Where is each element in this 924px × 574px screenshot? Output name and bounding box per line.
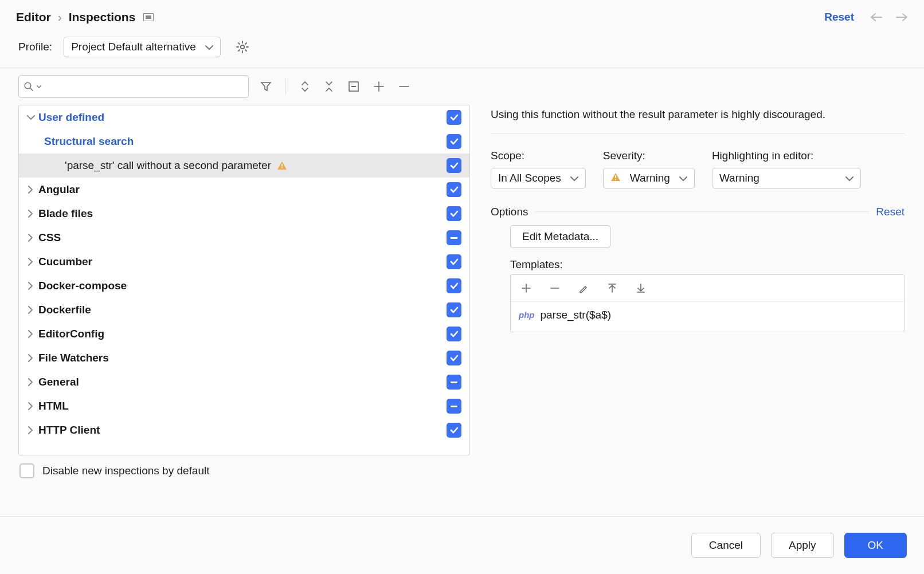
chevron-right-icon <box>24 234 38 242</box>
svg-point-4 <box>241 45 244 49</box>
warning-icon <box>277 161 287 170</box>
gear-icon[interactable] <box>236 40 249 54</box>
checkbox[interactable] <box>447 423 461 438</box>
chevron-right-icon <box>24 426 38 434</box>
expand-icon[interactable] <box>297 78 312 95</box>
tree-group[interactable]: General <box>19 370 469 394</box>
collapse-icon[interactable] <box>322 78 336 95</box>
checkbox[interactable] <box>447 327 461 341</box>
checkbox[interactable] <box>447 230 461 245</box>
tree-label: HTTP Client <box>38 424 100 437</box>
tree-group[interactable]: File Watchers <box>19 346 469 370</box>
template-row[interactable]: php parse_str($a$) <box>511 302 904 332</box>
tree-item-parse-str[interactable]: 'parse_str' call without a second parame… <box>19 154 469 178</box>
options-reset-link[interactable]: Reset <box>876 206 905 218</box>
search-input-wrap[interactable] <box>18 75 249 98</box>
disable-label: Disable new inspections by default <box>42 465 210 477</box>
profile-selected: Project Default alternative <box>71 41 196 53</box>
tree-label: General <box>38 376 79 388</box>
reset-link[interactable]: Reset <box>824 11 854 23</box>
chevron-right-icon <box>24 186 38 194</box>
tree-group[interactable]: EditorConfig <box>19 322 469 346</box>
checkbox[interactable] <box>447 375 461 390</box>
disable-new-inspections[interactable]: Disable new inspections by default <box>0 455 924 478</box>
tree-group[interactable]: Angular <box>19 178 469 202</box>
remove-icon[interactable] <box>547 281 562 296</box>
svg-point-5 <box>25 82 31 89</box>
checkbox[interactable] <box>447 302 461 317</box>
breadcrumb-editor[interactable]: Editor <box>16 10 51 24</box>
checkbox[interactable] <box>447 399 461 414</box>
back-icon[interactable] <box>870 13 883 22</box>
checkbox[interactable] <box>447 182 461 197</box>
checkbox[interactable] <box>447 278 461 293</box>
tree-group[interactable]: HTTP Client <box>19 418 469 442</box>
inspection-tree[interactable]: User defined Structural search 'parse_st… <box>18 105 470 455</box>
add-icon[interactable] <box>371 78 387 95</box>
chevron-right-icon <box>24 330 38 338</box>
filter-icon[interactable] <box>258 78 274 95</box>
chevron-right-icon <box>24 378 38 386</box>
chevron-right-icon <box>24 306 38 314</box>
tree-group-structural-search[interactable]: Structural search <box>19 129 469 154</box>
tree-toolbar <box>0 68 924 103</box>
breadcrumb-inspections[interactable]: Inspections <box>69 10 136 24</box>
tree-group[interactable]: Docker-compose <box>19 274 469 298</box>
tree-label: Cucumber <box>38 255 92 268</box>
tree-group[interactable]: HTML <box>19 394 469 418</box>
php-icon: php <box>519 310 535 320</box>
tree-group-user-defined[interactable]: User defined <box>19 105 469 129</box>
templates-label: Templates: <box>510 258 905 271</box>
tree-label: Blade files <box>38 207 93 220</box>
tree-group[interactable]: Blade files <box>19 202 469 226</box>
select-mixed-icon[interactable] <box>346 78 362 95</box>
scope-select[interactable]: In All Scopes <box>491 168 586 188</box>
checkbox[interactable] <box>447 254 461 269</box>
tree-label: Docker-compose <box>38 280 127 292</box>
options-header: Options Reset <box>491 188 905 225</box>
profile-select[interactable]: Project Default alternative <box>64 37 221 57</box>
svg-rect-7 <box>351 86 356 87</box>
checkbox-parse-str[interactable] <box>447 158 461 173</box>
edit-metadata-button[interactable]: Edit Metadata... <box>510 225 610 248</box>
move-down-icon[interactable] <box>633 281 648 296</box>
inspection-details: Using this function without the result p… <box>491 105 908 455</box>
checkbox[interactable] <box>447 351 461 365</box>
chevron-right-icon <box>24 402 38 410</box>
forward-icon[interactable] <box>895 13 908 22</box>
edit-icon[interactable] <box>576 281 591 296</box>
tree-group[interactable]: Cucumber <box>19 250 469 274</box>
checkbox-structural-search[interactable] <box>447 134 461 149</box>
tree-label: 'parse_str' call without a second parame… <box>65 159 271 172</box>
chevron-right-icon <box>24 258 38 266</box>
apply-button[interactable]: Apply <box>771 533 834 558</box>
search-input[interactable] <box>44 81 244 92</box>
scope-label: Scope: <box>491 150 586 162</box>
chevron-down-icon <box>36 85 42 89</box>
chevron-down-icon <box>24 115 38 120</box>
highlighting-select[interactable]: Warning <box>712 168 861 188</box>
remove-icon[interactable] <box>396 78 412 95</box>
template-code: parse_str($a$) <box>541 309 612 321</box>
severity-select[interactable]: Warning <box>603 168 695 188</box>
chevron-down-icon <box>570 172 578 184</box>
add-icon[interactable] <box>519 281 534 296</box>
tree-group[interactable]: Dockerfile <box>19 298 469 322</box>
checkbox-user-defined[interactable] <box>447 110 461 125</box>
inspection-description: Using this function without the result p… <box>491 107 905 133</box>
detach-panel-icon[interactable] <box>143 13 154 21</box>
chevron-right-icon <box>24 210 38 218</box>
tree-label: File Watchers <box>38 352 109 364</box>
checkbox[interactable] <box>447 206 461 221</box>
severity-row: Scope: In All Scopes Severity: Warning H… <box>491 133 905 188</box>
tree-group[interactable]: CSS <box>19 226 469 250</box>
checkbox-disable-new[interactable] <box>19 463 34 478</box>
chevron-down-icon <box>205 41 213 53</box>
chevron-right-icon <box>24 354 38 362</box>
tree-label: Angular <box>38 183 80 196</box>
cancel-button[interactable]: Cancel <box>691 533 761 558</box>
tree-label: HTML <box>38 400 69 412</box>
move-up-icon[interactable] <box>605 281 620 296</box>
highlighting-label: Highlighting in editor: <box>712 150 861 162</box>
ok-button[interactable]: OK <box>844 533 907 558</box>
